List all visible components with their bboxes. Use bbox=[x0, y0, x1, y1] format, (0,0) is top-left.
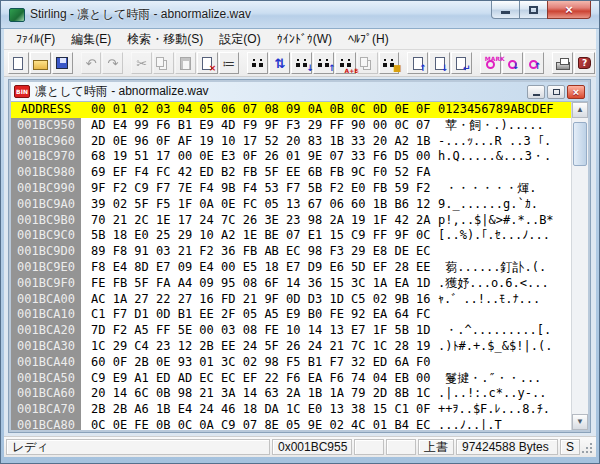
text-cell[interactable] bbox=[426, 307, 571, 323]
grep-button[interactable] bbox=[379, 52, 400, 74]
vertical-scrollbar[interactable]: ▲ ▼ bbox=[571, 102, 588, 430]
hex-bytes-cell[interactable]: 68 19 51 17 00 0E E3 0F 26 01 9E 07 33 F… bbox=[81, 149, 426, 165]
hex-bytes-cell[interactable]: F8 E4 8D E7 09 E4 00 E5 18 E7 D9 E6 5D E… bbox=[81, 260, 426, 276]
toolbar: ↶↷✂≔⇅ bbox=[4, 50, 596, 77]
text-cell[interactable]: .獲妤...o.6.<... bbox=[426, 276, 571, 292]
page-up-button[interactable] bbox=[407, 52, 428, 74]
text-cell[interactable] bbox=[426, 355, 571, 371]
table-row: 001BCA80 0C 0E FE 0B 0C 0A C9 07 8E 05 9… bbox=[11, 418, 571, 430]
find-updown-button[interactable]: ⇅ bbox=[269, 52, 290, 74]
address-cell: 001BCA60 bbox=[11, 386, 81, 402]
mark-prev-icon bbox=[529, 60, 538, 69]
find-next-button[interactable] bbox=[291, 52, 312, 74]
hex-bytes-cell[interactable]: 9F F2 C9 F7 7E F4 9B F4 53 F7 5B F2 E0 F… bbox=[81, 181, 426, 197]
hex-bytes-cell[interactable]: 20 14 6C 0B 98 21 3A 14 63 2A 1B 1A 79 2… bbox=[81, 386, 426, 402]
jump-list-button[interactable]: ≔ bbox=[219, 52, 240, 74]
resize-grip[interactable] bbox=[590, 451, 592, 453]
hex-bytes-cell[interactable]: 89 F8 91 03 21 F2 36 FB AB EC 98 F3 29 E… bbox=[81, 244, 426, 260]
mark-prev-button[interactable] bbox=[524, 52, 545, 74]
menu-search-move[interactable]: 検索・移動(S) bbox=[119, 29, 211, 50]
delete-data-button[interactable] bbox=[197, 52, 218, 74]
save-file-button[interactable] bbox=[52, 52, 73, 74]
find-prev-button[interactable] bbox=[313, 52, 334, 74]
hex-bytes-cell[interactable]: 2D 0E 96 0F AF 19 10 17 52 20 83 1B 33 2… bbox=[81, 134, 426, 150]
hex-bytes-cell[interactable]: AC 1A 27 22 27 16 FD 21 9F 0D D3 1D C5 0… bbox=[81, 292, 426, 308]
text-cell[interactable]: -...ｯ...R ..3 ｢. bbox=[426, 134, 571, 150]
menu-help[interactable]: ﾍﾙﾌﾟ(H) bbox=[340, 30, 397, 48]
text-cell[interactable]: .|..!:.c*..y-.. bbox=[426, 386, 571, 402]
find-button[interactable] bbox=[247, 52, 268, 74]
text-cell[interactable]: ++ｦ..$F.ﾚ...8.ﾁ. bbox=[426, 402, 571, 418]
text-cell[interactable] bbox=[426, 244, 571, 260]
text-cell[interactable]: .)ﾄ#.+.$_&$!|.(. bbox=[426, 339, 571, 355]
text-cell[interactable]: 鬘揵・.″・・... bbox=[426, 371, 571, 387]
address-cell: 001BC9A0 bbox=[11, 197, 81, 213]
hex-bytes-cell[interactable]: 5B 18 E0 25 29 10 A2 1E BE 07 E1 15 C9 F… bbox=[81, 228, 426, 244]
print-button[interactable] bbox=[552, 52, 573, 74]
address-cell: 001BCA80 bbox=[11, 418, 81, 430]
address-cell: 001BCA30 bbox=[11, 339, 81, 355]
scroll-up-button[interactable]: ▲ bbox=[572, 102, 588, 118]
text-cell[interactable]: 9._......g.`ｶ. bbox=[426, 197, 571, 213]
document-restore-button[interactable] bbox=[547, 85, 565, 99]
scrollbar-thumb[interactable] bbox=[573, 122, 587, 166]
hex-bytes-cell[interactable]: 0C 0E FE 0B 0C 0A C9 07 8E 05 9E 02 4C 0… bbox=[81, 418, 426, 430]
status-panel-a bbox=[354, 439, 384, 455]
close-icon: × bbox=[565, 2, 573, 18]
menu-bar: ﾌｧｲﾙ(F)編集(E)検索・移動(S)設定(O)ｳｲﾝﾄﾞｳ(W)ﾍﾙﾌﾟ(H… bbox=[4, 29, 596, 50]
menu-settings[interactable]: 設定(O) bbox=[211, 29, 268, 50]
ascii-header: 0123456789ABCDEF bbox=[426, 102, 571, 118]
hex-bytes-cell[interactable]: 70 21 2C 1E 17 24 7C 26 3E 23 98 2A 19 1… bbox=[81, 213, 426, 229]
hex-bytes-cell[interactable]: C1 F7 D1 0D B1 EE 2F 05 A5 E9 B0 FE 92 E… bbox=[81, 307, 426, 323]
hex-bytes-cell[interactable]: 39 02 5F F5 1F 0A 0E FC 05 13 67 06 60 1… bbox=[81, 197, 426, 213]
text-cell[interactable]: ...ﾉ..|.T bbox=[426, 418, 571, 430]
find-ab-button[interactable] bbox=[335, 52, 356, 74]
text-cell[interactable]: ・・・・・・煇. bbox=[426, 181, 571, 197]
table-row: 001BCA00 AC 1A 27 22 27 16 FD 21 9F 0D D… bbox=[11, 292, 571, 308]
close-button[interactable]: × bbox=[547, 1, 591, 19]
save-file-icon bbox=[56, 57, 68, 69]
hex-bytes-cell[interactable]: FE FB 5F FA A4 09 95 08 6F 14 36 15 3C 1… bbox=[81, 276, 426, 292]
document-close-button[interactable]: × bbox=[567, 85, 585, 99]
hex-bytes-cell[interactable]: 7D F2 A5 FF 5E 00 03 08 FE 10 14 13 E7 1… bbox=[81, 323, 426, 339]
text-cell[interactable]: [..%).｢.ｾ...ﾉ... bbox=[426, 228, 571, 244]
hex-bytes-cell[interactable]: AD E4 99 F6 B1 E9 4D F9 9F F3 29 FF 90 0… bbox=[81, 118, 426, 134]
page-jump-button[interactable] bbox=[451, 52, 472, 74]
maximize-button[interactable] bbox=[520, 1, 547, 19]
document-title-bar[interactable]: BIN 凛として時雨 - abnormalize.wav × bbox=[11, 82, 588, 102]
hex-editor[interactable]: ADDRESS 00 01 02 03 04 05 06 07 08 09 0A… bbox=[11, 102, 571, 430]
open-file-button[interactable] bbox=[30, 52, 51, 74]
text-cell[interactable]: 蒭......釘訃.(. bbox=[426, 260, 571, 276]
text-cell[interactable]: ・.^.........[. bbox=[426, 323, 571, 339]
new-file-button[interactable] bbox=[8, 52, 29, 74]
page-down-button[interactable] bbox=[429, 52, 450, 74]
text-cell[interactable]: 苹・飼・.)..... bbox=[426, 118, 571, 134]
address-cell: 001BCA50 bbox=[11, 371, 81, 387]
document-minimize-button[interactable] bbox=[527, 85, 545, 99]
redo-icon: ↷ bbox=[107, 56, 118, 71]
copy-button bbox=[153, 52, 174, 74]
text-cell[interactable] bbox=[426, 165, 571, 181]
hex-bytes-cell[interactable]: C9 E9 A1 ED AD EC EC EF 22 F6 EA F6 74 0… bbox=[81, 371, 426, 387]
hex-bytes-cell[interactable]: 69 EF F4 FC 42 ED B2 FB 5F EE 6B FB 9C F… bbox=[81, 165, 426, 181]
table-row: 001BC9F0 FE FB 5F FA A4 09 95 08 6F 14 3… bbox=[11, 276, 571, 292]
text-cell[interactable]: ｬ.゛..!..ﾓ.ﾅ... bbox=[426, 292, 571, 308]
hex-bytes-cell[interactable]: 1C 29 C4 23 12 2B EE 24 5F 26 24 21 7C 1… bbox=[81, 339, 426, 355]
menu-file[interactable]: ﾌｧｲﾙ(F) bbox=[8, 30, 63, 48]
hex-bytes-cell[interactable]: 2B 2B A6 1B E4 24 46 18 DA 1C E0 13 38 1… bbox=[81, 402, 426, 418]
hex-bytes-cell[interactable]: 60 0F 2B 0E 93 01 3C 02 98 F5 B1 F7 32 E… bbox=[81, 355, 426, 371]
status-panel-b bbox=[386, 439, 416, 455]
menu-window[interactable]: ｳｲﾝﾄﾞｳ(W) bbox=[269, 30, 340, 48]
text-cell[interactable]: p!,..$|&>#.*..B* bbox=[426, 213, 571, 229]
new-file-icon bbox=[13, 57, 23, 70]
address-cell: 001BCA00 bbox=[11, 292, 81, 308]
scroll-down-button[interactable]: ▼ bbox=[572, 414, 588, 430]
minimize-button[interactable] bbox=[491, 1, 520, 19]
page-jump-icon bbox=[456, 57, 466, 70]
address-cell: 001BC970 bbox=[11, 149, 81, 165]
text-cell[interactable]: h.Q.....&...3・. bbox=[426, 149, 571, 165]
help-button[interactable] bbox=[574, 52, 595, 74]
mark-button[interactable] bbox=[480, 52, 501, 74]
title-bar[interactable]: Stirling - 凛として時雨 - abnormalize.wav × bbox=[1, 1, 599, 29]
menu-edit[interactable]: 編集(E) bbox=[63, 29, 119, 50]
